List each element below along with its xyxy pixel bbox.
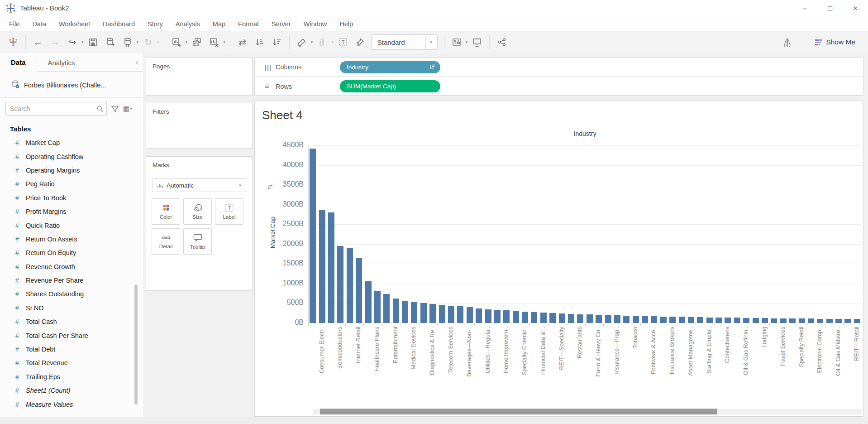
field-total-debt[interactable]: #Total Debt — [0, 342, 136, 356]
highlight-icon[interactable] — [295, 34, 309, 50]
group-members-caret-icon[interactable]: ▾ — [331, 40, 334, 44]
bar-mark[interactable] — [328, 212, 334, 323]
bar-mark[interactable] — [457, 306, 463, 323]
filter-fields-icon[interactable] — [111, 106, 119, 112]
find-icon[interactable] — [782, 34, 795, 50]
menu-item-window[interactable]: Window — [297, 20, 334, 28]
show-hide-cards-icon[interactable] — [450, 34, 463, 50]
fit-selector[interactable]: Standard ▾ — [372, 34, 438, 50]
tab-analytics[interactable]: Analytics — [37, 53, 86, 72]
pause-updates-icon[interactable] — [121, 34, 134, 50]
label-button[interactable]: T Label — [215, 198, 243, 225]
bar-mark[interactable] — [494, 310, 501, 323]
bar-mark[interactable] — [623, 316, 630, 323]
bar-mark[interactable] — [540, 313, 547, 323]
bar-mark[interactable] — [715, 318, 722, 323]
industry-pill[interactable]: Industry — [340, 61, 440, 73]
field-shares-outstanding[interactable]: #Shares Outstanding — [0, 287, 136, 301]
field-price-to-book[interactable]: #Price To Book — [0, 191, 136, 205]
bar-mark[interactable] — [420, 303, 427, 323]
bar-mark[interactable] — [771, 318, 777, 323]
refresh-caret-icon[interactable]: ▾ — [157, 40, 159, 44]
mark-type-dropdown[interactable]: Automatic ▾ — [153, 178, 246, 192]
bar-mark[interactable] — [826, 319, 833, 323]
sort-descending-icon[interactable] — [270, 34, 284, 50]
bar-mark[interactable] — [485, 309, 491, 323]
menu-item-file[interactable]: File — [3, 20, 26, 28]
bar-mark[interactable] — [780, 318, 787, 323]
bar-mark[interactable] — [844, 319, 851, 323]
columns-shelf[interactable]: ||| Columns Industry — [255, 58, 863, 77]
new-datasource-icon[interactable] — [104, 34, 117, 50]
menu-item-map[interactable]: Map — [206, 20, 232, 28]
bar-mark[interactable] — [734, 318, 740, 323]
minimize-button[interactable]: – — [792, 0, 817, 17]
back-icon[interactable]: ← — [31, 34, 45, 50]
menu-item-worksheet[interactable]: Worksheet — [52, 20, 96, 28]
size-button[interactable]: Size — [183, 198, 212, 225]
bar-mark[interactable] — [383, 294, 390, 323]
bar-mark[interactable] — [467, 307, 473, 323]
field-market-cap[interactable]: #Market Cap — [0, 136, 136, 149]
bar-mark[interactable] — [337, 246, 343, 323]
bar-mark[interactable] — [679, 317, 685, 323]
bar-mark[interactable] — [660, 317, 667, 323]
filters-card[interactable]: Filters — [146, 103, 253, 149]
bar-mark[interactable] — [429, 304, 436, 323]
bar-mark[interactable] — [448, 306, 454, 323]
sum-market-cap-pill[interactable]: SUM(Market Cap) — [340, 80, 440, 92]
bar-mark[interactable] — [402, 301, 408, 323]
field-revenue-per-share[interactable]: #Revenue Per Share — [0, 274, 136, 287]
duplicate-sheet-icon[interactable] — [190, 34, 204, 50]
bar-mark[interactable] — [633, 316, 639, 323]
bar-mark[interactable] — [817, 319, 823, 323]
detail-button[interactable]: Detail — [152, 228, 180, 255]
sort-ascending-icon[interactable] — [253, 34, 267, 50]
clear-sheet-caret-icon[interactable]: ▾ — [223, 40, 225, 44]
field-total-revenue[interactable]: #Total Revenue — [0, 356, 136, 370]
bar-mark[interactable] — [549, 313, 556, 323]
tab-data[interactable]: Data — [0, 53, 37, 72]
bar-mark[interactable] — [762, 318, 768, 323]
bar-mark[interactable] — [669, 317, 676, 323]
maximize-button[interactable]: □ — [817, 0, 843, 17]
bar-mark[interactable] — [605, 315, 611, 323]
menu-item-dashboard[interactable]: Dashboard — [96, 20, 141, 28]
field-measure-values[interactable]: #Measure Values — [0, 397, 136, 411]
bar-mark[interactable] — [706, 318, 713, 323]
field-total-cash-per-share[interactable]: #Total Cash Per Share — [0, 328, 136, 342]
show-me-button[interactable]: Show Me — [815, 38, 855, 46]
menu-item-help[interactable]: Help — [333, 20, 359, 28]
horizontal-scrollbar[interactable] — [313, 409, 862, 414]
bar-mark[interactable] — [577, 314, 583, 323]
field-return-on-equity[interactable]: #Return On Equity — [0, 246, 136, 260]
field-return-on-assets[interactable]: #Return On Assets — [0, 232, 136, 246]
bar-mark[interactable] — [513, 311, 519, 323]
new-worksheet-icon[interactable] — [170, 34, 183, 50]
bar-mark[interactable] — [743, 318, 749, 323]
menu-item-data[interactable]: Data — [26, 20, 52, 28]
clear-sheet-icon[interactable] — [207, 34, 221, 50]
view-options-icon[interactable]: ▦ — [123, 105, 129, 113]
field-revenue-growth[interactable]: #Revenue Growth — [0, 260, 136, 274]
new-worksheet-caret-icon[interactable]: ▾ — [186, 40, 188, 44]
field-operating-cashflow[interactable]: #Operating Cashflow — [0, 149, 136, 163]
forward-icon[interactable]: → — [48, 34, 62, 50]
tableau-logo-icon[interactable] — [6, 34, 20, 50]
bar-mark[interactable] — [522, 312, 528, 323]
mark-type-caret-icon[interactable]: ▾ — [239, 183, 241, 188]
bar-mark[interactable] — [310, 149, 316, 323]
field-operating-margins[interactable]: #Operating Margins — [0, 164, 136, 177]
field-quick-ratio[interactable]: #Quick Ratio — [0, 218, 136, 232]
bar-mark[interactable] — [347, 248, 353, 323]
presentation-mode-icon[interactable] — [470, 34, 484, 50]
fix-axes-icon[interactable] — [353, 34, 367, 50]
bar-mark[interactable] — [374, 291, 381, 323]
bar-mark[interactable] — [319, 210, 325, 323]
highlight-caret-icon[interactable]: ▾ — [311, 40, 313, 44]
pages-card[interactable]: Pages — [146, 58, 253, 96]
redo-icon[interactable]: ↪ — [66, 34, 79, 50]
field-total-cash[interactable]: #Total Cash — [0, 315, 136, 328]
data-panel-scrollbar[interactable] — [134, 284, 138, 405]
field-sheet1-count-[interactable]: #Sheet1 (Count) — [0, 384, 136, 397]
